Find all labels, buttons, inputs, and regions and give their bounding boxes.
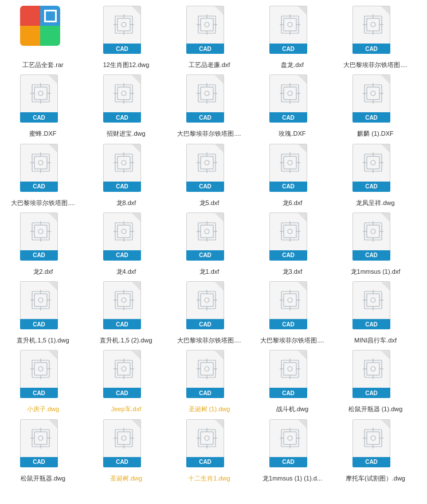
cad-label: CAD [269,112,307,123]
file-item[interactable]: CAD 龙5.dxf [172,144,246,207]
file-name: 圣诞树 (1).dwg [189,405,230,413]
file-name: 大巴黎埃菲尔铁塔图.... [11,199,75,207]
file-item[interactable]: CAD 直升机.1,5 (1).dwg [6,281,80,344]
cad-icon-wrapper: CAD [103,212,149,264]
svg-point-145 [38,229,43,234]
file-item[interactable]: CAD 圣诞树.dwg [89,419,163,482]
file-item[interactable]: CAD 十二生肖1.dwg [172,419,246,482]
file-item[interactable]: CAD 工艺品老廉.dxf [172,6,246,69]
cad-label: CAD [186,250,224,261]
cad-file-icon: CAD [186,6,228,54]
file-item[interactable]: CAD 大巴黎埃菲尔铁塔图.... [6,144,80,207]
svg-point-245 [38,367,43,371]
file-name: 蜜蜂.DXF [29,129,56,137]
file-item[interactable]: CAD Jeep车.dxf [89,350,163,413]
cad-label: CAD [103,112,141,123]
cad-file-icon: CAD [186,281,228,329]
file-item[interactable]: CAD 麒麟 (1).DXF [338,74,413,137]
file-item[interactable]: CAD 圣诞树 (1).dwg [172,350,246,413]
cad-icon-wrapper: CAD [103,6,149,57]
cad-crosshair [362,358,384,380]
cad-label: CAD [103,44,141,54]
cad-label: CAD [352,112,390,123]
file-name: 十二生肖1.dwg [188,474,230,482]
cad-file-icon: CAD [186,212,228,261]
cad-icon-wrapper: CAD [269,212,315,264]
file-item[interactable]: CAD 战斗机.dwg [255,350,330,413]
cad-label: CAD [20,182,58,192]
cad-icon-wrapper: CAD [269,419,315,471]
file-item[interactable]: CAD 12生肖图12.dwg [89,6,163,69]
cad-file-icon: CAD [186,144,228,192]
cad-file-icon: CAD [20,74,61,123]
file-item[interactable]: CAD 大巴黎埃菲尔铁塔图.... [172,281,246,344]
svg-point-285 [371,367,375,371]
cad-file-icon: CAD [352,144,394,192]
cad-file-icon: CAD [103,419,144,467]
svg-point-85 [371,91,375,96]
file-name: 龙凤呈祥.dwg [356,199,394,207]
file-item[interactable]: CAD 摩托车(试割图）.dwg [338,419,413,482]
cad-crosshair [30,220,52,242]
cad-icon-wrapper: CAD [186,144,232,195]
file-item[interactable]: CAD 松鼠开瓶器 (1).dwg [338,350,413,413]
cad-label: CAD [186,44,224,54]
file-item[interactable]: CAD 龙凤呈祥.dwg [338,144,413,207]
cad-crosshair [113,427,135,449]
cad-label: CAD [103,457,141,467]
file-item[interactable]: CAD 龙3.dxf [255,212,330,275]
cad-label: CAD [186,319,224,329]
cad-icon-wrapper: CAD [352,6,398,57]
file-item[interactable]: CAD MINI昌行车.dxf [338,281,413,344]
file-name: 麒麟 (1).DXF [357,129,394,137]
cad-crosshair [279,82,301,104]
file-item[interactable]: CAD 龙6.dxf [255,144,330,207]
file-item[interactable]: CAD 龙4.dxf [89,212,163,275]
file-item[interactable]: CAD 大巴黎埃菲尔铁塔图.... [255,281,330,344]
cad-label: CAD [269,182,307,192]
file-item[interactable]: CAD 小房子.dwg [6,350,80,413]
cad-crosshair [196,220,218,242]
cad-label: CAD [269,250,307,261]
svg-point-105 [122,160,126,165]
cad-icon-wrapper: CAD [352,281,398,333]
file-item[interactable]: CAD 龙8.dxf [89,144,163,207]
rar-icon-wrapper [20,6,66,57]
file-item[interactable]: CAD 盘龙.dxf [255,6,330,69]
cad-label: CAD [20,112,58,123]
file-item[interactable]: CAD 直升机.1,5 (2).dwg [89,281,163,344]
file-name: 战斗机.dwg [276,405,308,413]
svg-point-95 [38,160,43,165]
file-item[interactable]: CAD 蜜蜂.DXF [6,74,80,137]
file-item[interactable]: CAD 龙2.dxf [6,212,80,275]
cad-icon-wrapper: CAD [186,74,232,126]
cad-label: CAD [103,388,141,398]
file-item[interactable]: 工艺品全套.rar [6,6,80,69]
cad-crosshair [362,152,384,174]
cad-icon-wrapper: CAD [186,419,232,471]
svg-point-15 [205,22,209,27]
cad-crosshair [113,152,135,174]
file-item[interactable]: CAD 大巴黎埃菲尔铁塔图.... [338,6,413,69]
cad-label: CAD [103,250,141,261]
svg-point-185 [371,229,375,234]
cad-icon-wrapper: CAD [269,6,315,57]
cad-icon-wrapper: CAD [352,212,398,264]
file-item[interactable]: CAD 松鼠开瓶器.dwg [6,419,80,482]
cad-icon-wrapper: CAD [20,74,66,126]
file-item[interactable]: CAD 招财进宝.dwg [89,74,163,137]
cad-label: CAD [352,457,390,467]
file-item[interactable]: CAD 龙1mmsus (1) (1).d... [255,419,330,482]
file-item[interactable]: CAD 玫瑰.DXF [255,74,330,137]
cad-file-icon: CAD [20,350,61,398]
svg-point-155 [122,229,126,234]
cad-label: CAD [352,182,390,192]
file-item[interactable]: CAD 龙1.dxf [172,212,246,275]
cad-crosshair [113,82,135,104]
file-name: Jeep车.dxf [111,405,142,413]
rar-icon [20,6,60,46]
cad-icon-wrapper: CAD [186,212,232,264]
file-item[interactable]: CAD 龙1mmsus (1).dxf [338,212,413,275]
svg-point-225 [288,298,292,302]
file-item[interactable]: CAD 大巴黎埃菲尔铁塔图.... [172,74,246,137]
